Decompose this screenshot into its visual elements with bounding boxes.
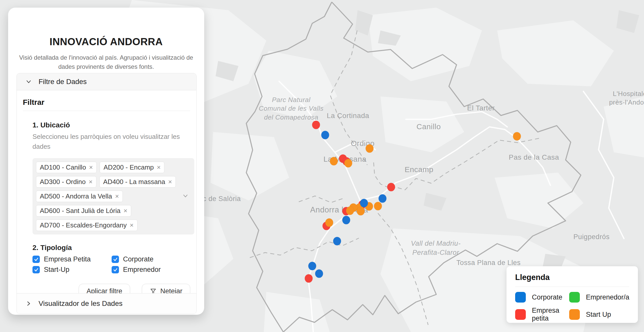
parish-tag-label: AD300 - Ordino: [40, 178, 86, 186]
accordion-container: Filtre de Dades Filtrar 1. Ubicació Sele…: [16, 73, 197, 314]
multiselect-chevron-down-icon[interactable]: [182, 192, 189, 201]
parish-multiselect[interactable]: AD100 - Canillo × AD200 - Encamp × AD300…: [32, 158, 194, 235]
map-place-label: Parc NaturalComunal de les Vallsdel Coma…: [259, 95, 323, 122]
parish-tag[interactable]: AD600 - Sant Julià de Lória ×: [36, 205, 131, 217]
map-place-label: L'Hospitaletprès-l'Andorre: [609, 89, 644, 107]
map-place-label: Vall del Madriu-Perafita-Claror: [411, 239, 461, 257]
map-marker-corporate[interactable]: [342, 216, 350, 224]
checkbox-start-up[interactable]: Start-Up: [32, 266, 112, 274]
remove-tag-icon[interactable]: ×: [89, 163, 93, 171]
legend-label: Empresa petita: [532, 307, 569, 322]
parish-tag-label: AD200 - Encamp: [103, 163, 154, 171]
parish-tag[interactable]: AD200 - Encamp ×: [100, 162, 164, 173]
map-marker-corporate[interactable]: [333, 237, 341, 245]
checkbox-label: Start-Up: [44, 266, 69, 274]
map-marker-corporate[interactable]: [308, 262, 316, 270]
legend-item-emprenedor: Emprenedor/a: [569, 292, 629, 303]
map-place-label: Encamp: [405, 164, 433, 175]
location-group: 1. Ubicació Seleccioneu les parròquies o…: [32, 121, 190, 299]
remove-tag-icon[interactable]: ×: [89, 178, 93, 186]
accordion-header-filter[interactable]: Filtre de Dades: [17, 73, 196, 90]
accordion-header-viewer[interactable]: Visualitzador de les Dades: [17, 293, 196, 314]
map-place-label: Pas de la Casa: [509, 153, 559, 162]
map-marker-corporate[interactable]: [360, 199, 368, 207]
legend-item-start-up: Start Up: [569, 307, 629, 322]
filter-body: Filtrar 1. Ubicació Seleccioneu les parr…: [17, 90, 196, 299]
checkbox-emprenedor[interactable]: Emprenedor: [112, 266, 191, 274]
map-place-label: Canillo: [416, 122, 441, 132]
checkbox-checked-icon[interactable]: [32, 256, 40, 263]
empresa-petita-swatch-icon: [515, 309, 526, 320]
location-description: Seleccioneu les parròquies on voleu visu…: [32, 132, 182, 152]
legend-divider: [515, 287, 629, 287]
map-marker-start_up[interactable]: [330, 157, 338, 165]
filter-section-title: Filtrar: [23, 98, 190, 111]
accordion-viewer-label: Visualitzador de les Dades: [39, 300, 123, 308]
checkbox-checked-icon[interactable]: [112, 266, 119, 273]
map-marker-start_up[interactable]: [325, 219, 333, 227]
start-up-swatch-icon: [569, 309, 580, 320]
page-title: INNOVACIÓ ANDORRA: [8, 36, 204, 47]
checkbox-checked-icon[interactable]: [112, 256, 119, 263]
checkbox-empresa-petita[interactable]: Empresa Petita: [32, 255, 112, 263]
checkbox-checked-icon[interactable]: [32, 266, 40, 273]
accordion-filter-label: Filtre de Dades: [39, 78, 87, 86]
map-marker-empresa_petita[interactable]: [312, 121, 320, 129]
checkbox-label: Emprenedor: [123, 266, 161, 274]
map-marker-start_up[interactable]: [374, 202, 382, 210]
checkbox-label: Empresa Petita: [44, 255, 91, 263]
parish-tag[interactable]: AD700 - Escaldes-Engordany ×: [36, 220, 137, 231]
parish-tag[interactable]: AD400 - La massana ×: [99, 176, 176, 188]
legend-label: Start Up: [586, 311, 611, 319]
chevron-right-icon: [25, 300, 32, 307]
legend-item-corporate: Corporate: [515, 292, 569, 303]
map-marker-start_up[interactable]: [357, 207, 365, 215]
app-window: Parc NaturalComunal de les Vallsdel Coma…: [0, 0, 644, 332]
map-marker-start_up[interactable]: [366, 144, 374, 153]
parish-tag[interactable]: AD300 - Ordino ×: [36, 176, 96, 188]
map-place-label: Puigpedrós: [573, 233, 610, 242]
checkbox-label: Corporate: [123, 255, 153, 263]
parish-tag-label: AD700 - Escaldes-Engordany: [40, 221, 127, 229]
parish-tag[interactable]: AD500 - Andorra la Vella ×: [36, 191, 123, 202]
map-marker-corporate[interactable]: [379, 194, 387, 203]
emprenedor-swatch-icon: [569, 292, 580, 303]
corporate-swatch-icon: [515, 292, 526, 303]
map-marker-empresa_petita[interactable]: [305, 274, 313, 283]
map-marker-start_up[interactable]: [344, 159, 352, 168]
map-marker-empresa_petita[interactable]: [387, 183, 395, 191]
parish-tag-label: AD100 - Canillo: [40, 163, 86, 171]
legend-items: Corporate Emprenedor/a Empresa petita St…: [515, 292, 629, 322]
legend-label: Emprenedor/a: [586, 293, 629, 301]
map-marker-start_up[interactable]: [513, 132, 521, 141]
remove-tag-icon[interactable]: ×: [130, 221, 134, 229]
checkbox-corporate[interactable]: Corporate: [112, 255, 191, 263]
map-place-label: El Tarter: [467, 104, 495, 113]
typology-title: 2. Tipología: [32, 244, 190, 252]
map-place-label: La Cortinada: [327, 111, 369, 121]
legend-label: Corporate: [532, 293, 562, 301]
map-marker-corporate[interactable]: [321, 131, 329, 139]
remove-tag-icon[interactable]: ×: [157, 163, 161, 171]
map-legend: Llegenda Corporate Emprenedor/a Empresa …: [507, 266, 638, 323]
remove-tag-icon[interactable]: ×: [115, 192, 119, 200]
typology-options: Empresa Petita Corporate S: [32, 255, 190, 274]
parish-tag-label: AD500 - Andorra la Vella: [40, 192, 112, 200]
chevron-down-icon: [25, 78, 32, 85]
location-title: 1. Ubicació: [32, 121, 190, 129]
map-marker-corporate[interactable]: [315, 270, 323, 278]
remove-tag-icon[interactable]: ×: [168, 178, 172, 186]
legend-item-empresa-petita: Empresa petita: [515, 307, 569, 322]
filter-panel: INNOVACIÓ ANDORRA Visió detallada de l'i…: [8, 8, 204, 315]
map-marker-start_up[interactable]: [346, 207, 354, 215]
parish-tag-label: AD600 - Sant Julià de Lória: [40, 207, 120, 215]
legend-title: Llegenda: [515, 273, 629, 282]
remove-tag-icon[interactable]: ×: [124, 207, 127, 215]
page-subtitle: Visió detallada de l'innovació al país. …: [14, 53, 198, 71]
parish-tag[interactable]: AD100 - Canillo ×: [36, 162, 97, 173]
parish-tag-label: AD400 - La massana: [103, 178, 165, 186]
